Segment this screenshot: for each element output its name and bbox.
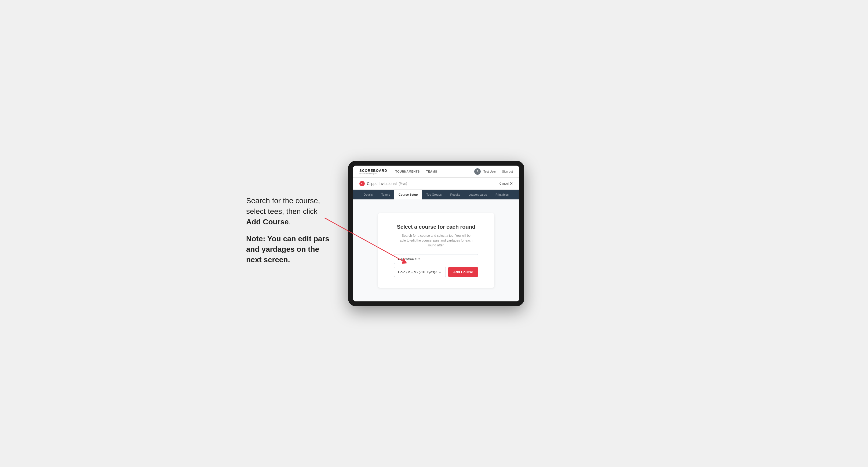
logo-sub: Powered by clippd	[360, 173, 387, 175]
nav-teams[interactable]: TEAMS	[426, 170, 437, 173]
tab-details[interactable]: Details	[360, 190, 377, 199]
page-wrapper: Search for the course, select tees, then…	[246, 161, 622, 306]
top-nav: SCOREBOARD Powered by clippd TOURNAMENTS…	[353, 165, 519, 178]
tab-course-setup[interactable]: Course Setup	[394, 190, 422, 199]
top-nav-links: TOURNAMENTS TEAMS	[395, 170, 437, 173]
tournament-title: C Clippd Invitational (Men)	[360, 181, 407, 186]
annotation-bold: Add Course	[246, 218, 289, 226]
tournament-name: Clippd Invitational	[367, 181, 397, 186]
tournament-subtitle: (Men)	[399, 182, 407, 185]
tab-tee-groups[interactable]: Tee Groups	[422, 190, 446, 199]
nav-tournaments[interactable]: TOURNAMENTS	[395, 170, 420, 173]
top-nav-right: R Test User | Sign out	[474, 168, 513, 175]
tab-leaderboards[interactable]: Leaderboards	[464, 190, 491, 199]
tablet-screen: SCOREBOARD Powered by clippd TOURNAMENTS…	[353, 165, 519, 302]
tee-select-value: Gold (M) (M) (7010 yds)	[398, 270, 435, 274]
tournament-icon: C	[360, 181, 365, 186]
user-label: Test User	[484, 170, 496, 173]
logo-area: SCOREBOARD Powered by clippd TOURNAMENTS…	[360, 168, 437, 175]
annotation-note: Note: You can edit pars and yardages on …	[246, 234, 332, 265]
tab-printables[interactable]: Printables	[491, 190, 513, 199]
sign-out-link[interactable]: Sign out	[502, 170, 513, 173]
cancel-icon: ✕	[510, 181, 513, 186]
card-description: Search for a course and select a tee. Yo…	[399, 233, 474, 248]
add-course-button[interactable]: Add Course	[448, 267, 478, 277]
cancel-button[interactable]: Cancel ✕	[499, 181, 513, 186]
course-search-input[interactable]	[394, 254, 478, 264]
tab-nav: Details Teams Course Setup Tee Groups Re…	[353, 190, 519, 199]
tab-results[interactable]: Results	[446, 190, 464, 199]
main-content: Select a course for each round Search fo…	[353, 199, 519, 302]
tab-teams[interactable]: Teams	[377, 190, 394, 199]
nav-separator: |	[499, 170, 499, 173]
tee-clear-icon[interactable]: ×	[435, 270, 437, 274]
annotation-line1: Search for the course, select tees, then…	[246, 195, 332, 227]
tee-select-controls: × ⌄	[435, 270, 441, 274]
card-title: Select a course for each round	[394, 224, 478, 230]
course-card: Select a course for each round Search fo…	[378, 213, 495, 288]
cancel-label: Cancel	[499, 182, 508, 185]
tee-chevron-icon: ⌄	[439, 270, 442, 274]
tee-select[interactable]: Gold (M) (M) (7010 yds) × ⌄	[394, 267, 446, 277]
logo-text: SCOREBOARD	[360, 168, 387, 173]
tablet-device: SCOREBOARD Powered by clippd TOURNAMENTS…	[348, 161, 524, 306]
tablet-frame: SCOREBOARD Powered by clippd TOURNAMENTS…	[348, 161, 524, 306]
tournament-header: C Clippd Invitational (Men) Cancel ✕	[353, 178, 519, 190]
user-avatar: R	[474, 168, 481, 175]
annotation-text: Search for the course, select tees, then…	[246, 195, 332, 271]
tee-select-wrapper: Gold (M) (M) (7010 yds) × ⌄ Add Course	[394, 267, 478, 277]
